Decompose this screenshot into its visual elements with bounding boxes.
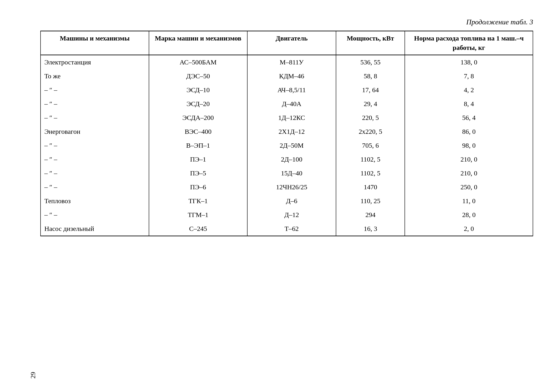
cell-brand: ДЭС–50 <box>149 69 248 83</box>
cell-engine: 2Д–50М <box>247 138 336 152</box>
table-row: ЭнерговагонВЭС–4002Х1Д–122х220, 586, 0 <box>40 125 533 138</box>
cell-engine: 2Д–100 <box>247 152 336 166</box>
cell-machines: – ″ – <box>40 83 149 97</box>
cell-machines: – ″ – <box>40 138 149 152</box>
table-row: ТепловозТГК–1Д–6110, 2511, 0 <box>40 194 533 208</box>
cell-power: 16, 3 <box>336 222 405 236</box>
table-row: – ″ –ЭСДА–2001Д–12КС220, 556, 4 <box>40 111 533 125</box>
cell-brand: ВЭС–400 <box>149 125 248 138</box>
header-power: Мощность, кВт <box>336 31 405 55</box>
cell-brand: ЭСДА–200 <box>149 111 248 125</box>
cell-power: 29, 4 <box>336 97 405 111</box>
cell-machines: – ″ – <box>40 111 149 125</box>
cell-power: 1102, 5 <box>336 166 405 180</box>
cell-power: 17, 64 <box>336 83 405 97</box>
cell-fuel: 7, 8 <box>405 69 533 83</box>
table-row: – ″ –ТГМ–1Д–1229428, 0 <box>40 208 533 222</box>
cell-fuel: 56, 4 <box>405 111 533 125</box>
table-header-row: Машины и механизмы Марка машин и механиз… <box>40 31 533 55</box>
cell-brand: ПЭ–1 <box>149 152 248 166</box>
table-row: Насос дизельныйС–245Т–6216, 32, 0 <box>40 222 533 236</box>
cell-power: 110, 25 <box>336 194 405 208</box>
cell-brand: С–245 <box>149 222 248 236</box>
cell-fuel: 11, 0 <box>405 194 533 208</box>
cell-power: 536, 55 <box>336 55 405 69</box>
cell-brand: ПЭ–6 <box>149 180 248 194</box>
cell-engine: КДМ–46 <box>247 69 336 83</box>
main-table: Машины и механизмы Марка машин и механиз… <box>40 31 533 236</box>
cell-fuel: 210, 0 <box>405 152 533 166</box>
cell-fuel: 250, 0 <box>405 180 533 194</box>
cell-fuel: 2, 0 <box>405 222 533 236</box>
cell-machines: – ″ – <box>40 152 149 166</box>
cell-power: 1470 <box>336 180 405 194</box>
cell-fuel: 4, 2 <box>405 83 533 97</box>
cell-power: 294 <box>336 208 405 222</box>
cell-machines: – ″ – <box>40 97 149 111</box>
cell-fuel: 86, 0 <box>405 125 533 138</box>
cell-power: 705, 6 <box>336 138 405 152</box>
header-engine: Двигатель <box>247 31 336 55</box>
cell-machines: Электростанция <box>40 55 149 69</box>
cell-brand: ПЭ–5 <box>149 166 248 180</box>
cell-machines: То же <box>40 69 149 83</box>
cell-power: 58, 8 <box>336 69 405 83</box>
cell-fuel: 28, 0 <box>405 208 533 222</box>
cell-brand: ТГК–1 <box>149 194 248 208</box>
table-row: – ″ –ПЭ–515Д–401102, 5210, 0 <box>40 166 533 180</box>
page-number: 29 <box>29 372 37 379</box>
cell-brand: ЭСД–20 <box>149 97 248 111</box>
table-body: ЭлектростанцияАС–500БАММ–811У536, 55138,… <box>40 55 533 236</box>
table-row: ЭлектростанцияАС–500БАММ–811У536, 55138,… <box>40 55 533 69</box>
table-row: – ″ –В–ЭП–12Д–50М705, 698, 0 <box>40 138 533 152</box>
cell-engine: 2Х1Д–12 <box>247 125 336 138</box>
cell-machines: Насос дизельный <box>40 222 149 236</box>
cell-engine: 15Д–40 <box>247 166 336 180</box>
page-container: Продолжение табл. 3 Машины и механизмы М… <box>0 0 560 392</box>
table-row: То жеДЭС–50КДМ–4658, 87, 8 <box>40 69 533 83</box>
cell-fuel: 210, 0 <box>405 166 533 180</box>
cell-machines: – ″ – <box>40 208 149 222</box>
header-fuel: Норма расхода топлива на 1 маш.–ч работы… <box>405 31 533 55</box>
cell-engine: 12ЧН26/25 <box>247 180 336 194</box>
cell-engine: АЧ–8,5/11 <box>247 83 336 97</box>
cell-machines: Тепловоз <box>40 194 149 208</box>
cell-engine: Д–6 <box>247 194 336 208</box>
cell-engine: Д–40А <box>247 97 336 111</box>
cell-brand: ТГМ–1 <box>149 208 248 222</box>
table-row: – ″ –ПЭ–612ЧН26/251470250, 0 <box>40 180 533 194</box>
cell-engine: М–811У <box>247 55 336 69</box>
table-row: – ″ –ПЭ–12Д–1001102, 5210, 0 <box>40 152 533 166</box>
cell-engine: Д–12 <box>247 208 336 222</box>
cell-fuel: 138, 0 <box>405 55 533 69</box>
cell-brand: ЭСД–10 <box>149 83 248 97</box>
continuation-label: Продолжение табл. 3 <box>40 18 533 26</box>
header-machines: Машины и механизмы <box>40 31 149 55</box>
header-brand: Марка машин и механизмов <box>149 31 248 55</box>
cell-machines: Энерговагон <box>40 125 149 138</box>
cell-power: 2х220, 5 <box>336 125 405 138</box>
cell-engine: Т–62 <box>247 222 336 236</box>
cell-power: 1102, 5 <box>336 152 405 166</box>
cell-engine: 1Д–12КС <box>247 111 336 125</box>
cell-machines: – ″ – <box>40 166 149 180</box>
cell-brand: В–ЭП–1 <box>149 138 248 152</box>
table-row: – ″ –ЭСД–10АЧ–8,5/1117, 644, 2 <box>40 83 533 97</box>
cell-brand: АС–500БАМ <box>149 55 248 69</box>
cell-fuel: 98, 0 <box>405 138 533 152</box>
cell-machines: – ″ – <box>40 180 149 194</box>
cell-power: 220, 5 <box>336 111 405 125</box>
cell-fuel: 8, 4 <box>405 97 533 111</box>
table-row: – ″ –ЭСД–20Д–40А29, 48, 4 <box>40 97 533 111</box>
